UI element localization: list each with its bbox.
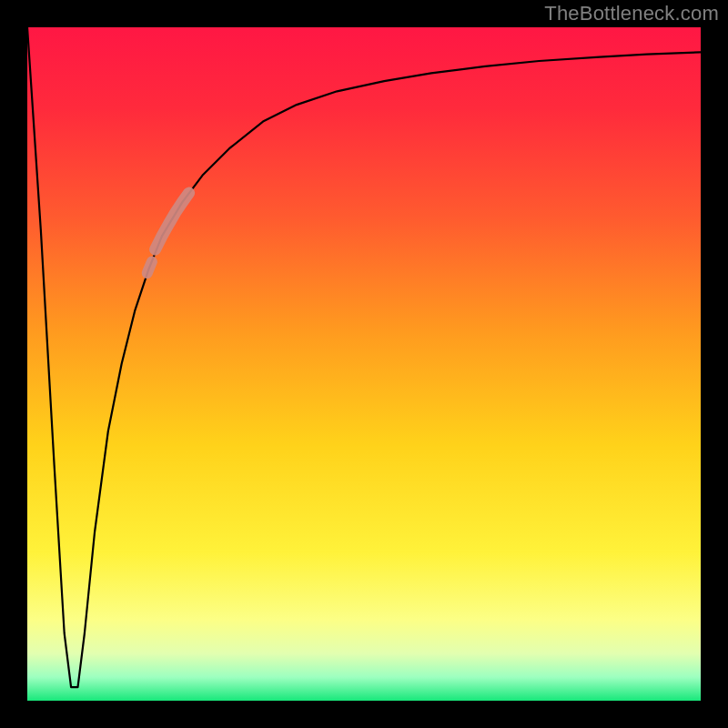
watermark-text: TheBottleneck.com — [544, 2, 719, 25]
curve-layer — [27, 27, 701, 701]
highlight-dots — [147, 193, 189, 273]
plot-area — [27, 27, 701, 701]
lower-dot — [147, 262, 152, 274]
bottleneck-curve — [27, 27, 701, 687]
chart-frame: TheBottleneck.com — [0, 0, 728, 728]
upper-segment — [156, 193, 189, 249]
